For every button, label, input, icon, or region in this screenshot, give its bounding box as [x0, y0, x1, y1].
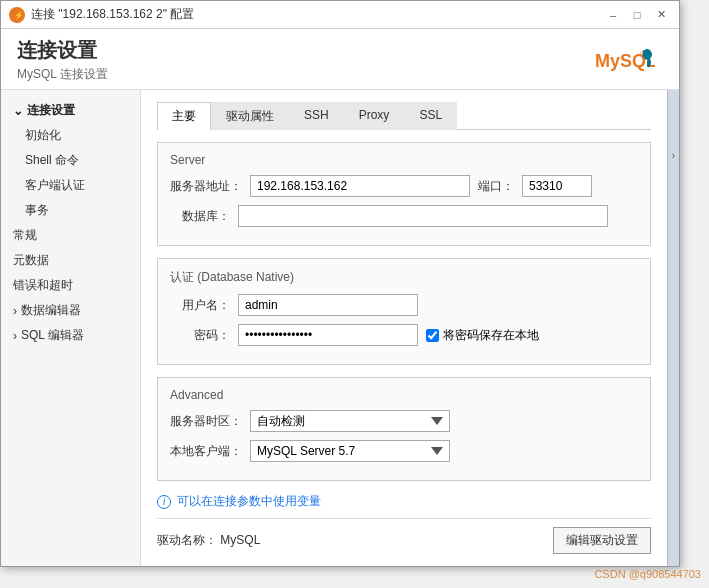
client-select[interactable]: MySQL Server 5.7 MySQL Server 8.0	[250, 440, 450, 462]
server-address-label: 服务器地址：	[170, 178, 242, 195]
page-title: 连接设置	[17, 37, 108, 64]
client-label: 本地客户端：	[170, 443, 242, 460]
save-password-checkbox[interactable]	[426, 329, 439, 342]
tab-bar: 主要 驱动属性 SSH Proxy SSL	[157, 102, 651, 130]
window-icon: ⚡	[9, 7, 25, 23]
database-row: 数据库：	[170, 205, 638, 227]
sidebar-item-sql-editor[interactable]: › SQL 编辑器	[1, 323, 140, 348]
port-label: 端口：	[478, 178, 514, 195]
minimize-button[interactable]: –	[603, 6, 623, 24]
client-row: 本地客户端： MySQL Server 5.7 MySQL Server 8.0	[170, 440, 638, 462]
main-panel: 主要 驱动属性 SSH Proxy SSL Server 服务器地址： 端口：	[141, 90, 667, 566]
password-input[interactable]	[238, 324, 418, 346]
maximize-button[interactable]: □	[627, 6, 647, 24]
timezone-label: 服务器时区：	[170, 413, 242, 430]
username-input[interactable]	[238, 294, 418, 316]
info-text: 可以在连接参数中使用变量	[177, 493, 321, 510]
server-section-title: Server	[170, 153, 638, 167]
database-input[interactable]	[238, 205, 608, 227]
watermark: CSDN @q908544703	[594, 568, 701, 580]
sidebar: ⌄ 连接设置 初始化 Shell 命令 客户端认证 事务	[1, 90, 141, 566]
titlebar-left: ⚡ 连接 "192.168.153.162 2" 配置	[9, 6, 194, 23]
sidebar-item-general[interactable]: 常规	[1, 223, 140, 248]
right-edge-arrow[interactable]: ›	[672, 150, 675, 161]
database-label: 数据库：	[170, 208, 230, 225]
server-address-row: 服务器地址： 端口：	[170, 175, 638, 197]
info-icon: i	[157, 495, 171, 509]
tab-proxy[interactable]: Proxy	[344, 102, 405, 130]
titlebar: ⚡ 连接 "192.168.153.162 2" 配置 – □ ✕	[1, 1, 679, 29]
tab-driver-props[interactable]: 驱动属性	[211, 102, 289, 130]
footer-row: 驱动名称： MySQL 编辑驱动设置	[157, 518, 651, 554]
sidebar-item-client-auth[interactable]: 客户端认证	[1, 173, 140, 198]
svg-text:⚡: ⚡	[14, 10, 23, 20]
info-row: i 可以在连接参数中使用变量	[157, 493, 651, 510]
password-label: 密码：	[170, 327, 230, 344]
close-button[interactable]: ✕	[651, 6, 671, 24]
server-section: Server 服务器地址： 端口： 数据库：	[157, 142, 651, 246]
sidebar-item-label: 元数据	[13, 252, 49, 269]
sidebar-item-label: SQL 编辑器	[21, 327, 84, 344]
sidebar-item-label: 错误和超时	[13, 277, 73, 294]
sidebar-item-transactions[interactable]: 事务	[1, 198, 140, 223]
sidebar-item-label: 连接设置	[27, 102, 75, 119]
driver-label: 驱动名称： MySQL	[157, 532, 260, 549]
sidebar-item-shell-cmd[interactable]: Shell 命令	[1, 148, 140, 173]
sidebar-item-label: 常规	[13, 227, 37, 244]
sidebar-item-data-editor[interactable]: › 数据编辑器	[1, 298, 140, 323]
sidebar-item-label: Shell 命令	[25, 152, 79, 169]
window-controls: – □ ✕	[603, 6, 671, 24]
sidebar-item-label: 事务	[25, 202, 49, 219]
edit-driver-button[interactable]: 编辑驱动设置	[553, 527, 651, 554]
sidebar-item-metadata[interactable]: 元数据	[1, 248, 140, 273]
sidebar-item-label: 数据编辑器	[21, 302, 81, 319]
username-label: 用户名：	[170, 297, 230, 314]
port-input[interactable]	[522, 175, 592, 197]
auth-section: 认证 (Database Native) 用户名： 密码： 将密码保存在本地	[157, 258, 651, 365]
sidebar-item-init[interactable]: 初始化	[1, 123, 140, 148]
chevron-right-icon: ›	[13, 329, 17, 343]
tab-ssl[interactable]: SSL	[404, 102, 457, 130]
content-area: ⌄ 连接设置 初始化 Shell 命令 客户端认证 事务	[1, 90, 679, 566]
mysql-logo: MySQL ®	[595, 43, 655, 83]
sidebar-item-label: 初始化	[25, 127, 61, 144]
tab-main[interactable]: 主要	[157, 102, 211, 130]
header: 连接设置 MySQL 连接设置 MySQL ®	[1, 29, 679, 90]
sidebar-item-error-timeout[interactable]: 错误和超时	[1, 273, 140, 298]
sidebar-item-label: 客户端认证	[25, 177, 85, 194]
timezone-row: 服务器时区： 自动检测 UTC Asia/Shanghai	[170, 410, 638, 432]
timezone-select[interactable]: 自动检测 UTC Asia/Shanghai	[250, 410, 450, 432]
advanced-section: Advanced 服务器时区： 自动检测 UTC Asia/Shanghai 本…	[157, 377, 651, 481]
window-title: 连接 "192.168.153.162 2" 配置	[31, 6, 194, 23]
advanced-section-title: Advanced	[170, 388, 638, 402]
server-address-input[interactable]	[250, 175, 470, 197]
sidebar-item-connection-settings[interactable]: ⌄ 连接设置	[1, 98, 140, 123]
chevron-down-icon: ⌄	[13, 104, 23, 118]
right-edge-panel: ›	[667, 90, 679, 566]
password-row: 密码： 将密码保存在本地	[170, 324, 638, 346]
chevron-right-icon: ›	[13, 304, 17, 318]
page-subtitle: MySQL 连接设置	[17, 66, 108, 83]
header-left: 连接设置 MySQL 连接设置	[17, 37, 108, 83]
save-password-label: 将密码保存在本地	[443, 327, 539, 344]
tab-ssh[interactable]: SSH	[289, 102, 344, 130]
save-password-row: 将密码保存在本地	[426, 327, 539, 344]
auth-section-title: 认证 (Database Native)	[170, 269, 638, 286]
username-row: 用户名：	[170, 294, 638, 316]
